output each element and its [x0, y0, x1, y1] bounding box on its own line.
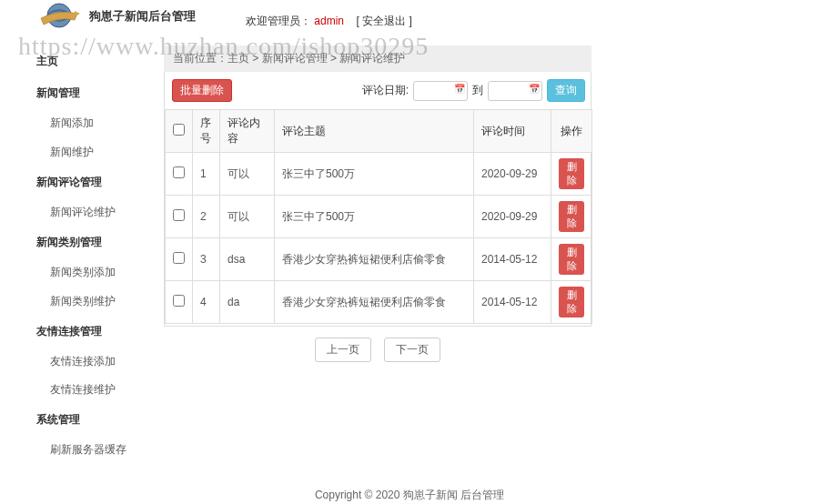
comments-table: 序号 评论内容 评论主题 评论时间 操作 1可以张三中了500万2020-09-…	[165, 109, 592, 324]
welcome-bar: 欢迎管理员： admin [ 安全退出 ]	[246, 14, 412, 29]
col-op-header: 操作	[551, 110, 592, 153]
header: 狗崽子新闻后台管理 欢迎管理员： admin [ 安全退出 ]	[0, 0, 819, 36]
sidebar-item-category-manage[interactable]: 新闻类别管理	[36, 227, 164, 258]
sidebar-item-comment-manage[interactable]: 新闻评论管理	[36, 166, 164, 198]
col-time-header: 评论时间	[474, 110, 551, 153]
table-row: 2可以张三中了500万2020-09-29删除	[166, 196, 592, 238]
cell-seq: 1	[193, 153, 220, 196]
sidebar-item-category-maintain[interactable]: 新闻类别维护	[36, 287, 164, 316]
sidebar-item-link-maintain[interactable]: 友情连接维护	[36, 376, 164, 404]
admin-name: admin	[314, 15, 344, 27]
sidebar-item-news-add[interactable]: 新闻添加	[36, 109, 164, 137]
site-title: 狗崽子新闻后台管理	[89, 8, 196, 25]
table-row: 4da香港少女穿热裤短裙便利店偷零食2014-05-12删除	[166, 281, 592, 324]
toolbar: 批量删除 评论日期: 到 查询	[165, 72, 592, 109]
row-delete-button[interactable]: 删除	[559, 244, 584, 275]
col-seq-header: 序号	[193, 110, 220, 153]
sidebar-item-news-maintain[interactable]: 新闻维护	[36, 138, 164, 166]
cell-time: 2020-09-29	[474, 153, 551, 196]
batch-delete-button[interactable]: 批量删除	[172, 79, 232, 102]
row-delete-button[interactable]: 删除	[559, 287, 584, 318]
sidebar-item-comment-maintain[interactable]: 新闻评论维护	[36, 198, 164, 227]
globe-logo-icon	[36, 0, 82, 32]
row-checkbox[interactable]	[173, 209, 185, 221]
filter-label: 评论日期:	[362, 83, 409, 98]
sidebar: 主页 新闻管理 新闻添加 新闻维护 新闻评论管理 新闻评论维护 新闻类别管理 新…	[0, 36, 164, 465]
sidebar-item-refresh-cache[interactable]: 刷新服务器缓存	[36, 436, 164, 464]
logo-area: 狗崽子新闻后台管理	[36, 0, 196, 32]
row-checkbox[interactable]	[173, 252, 185, 264]
cell-seq: 4	[193, 281, 220, 324]
sidebar-item-category-add[interactable]: 新闻类别添加	[36, 258, 164, 287]
cell-content: dsa	[220, 238, 275, 281]
cell-time: 2014-05-12	[474, 281, 551, 324]
footer: Copyright © 2020 狗崽子新闻 后台管理	[0, 465, 819, 504]
cell-topic: 香港少女穿热裤短裙便利店偷零食	[275, 281, 474, 324]
sidebar-item-link-manage[interactable]: 友情连接管理	[36, 316, 164, 348]
sidebar-item-link-add[interactable]: 友情连接添加	[36, 348, 164, 376]
pager: 上一页 下一页	[164, 327, 592, 373]
cell-time: 2014-05-12	[474, 238, 551, 281]
welcome-prefix: 欢迎管理员：	[246, 15, 311, 27]
row-checkbox[interactable]	[173, 166, 185, 178]
main-content: 当前位置：主页 > 新闻评论管理 > 新闻评论维护 批量删除 评论日期: 到 查…	[164, 36, 819, 391]
col-topic-header: 评论主题	[275, 110, 474, 153]
cell-topic: 张三中了500万	[275, 153, 474, 196]
next-page-button[interactable]: 下一页	[384, 338, 440, 362]
date-from-input[interactable]	[413, 81, 468, 101]
cell-topic: 张三中了500万	[275, 196, 474, 238]
cell-content: 可以	[220, 196, 275, 238]
cell-topic: 香港少女穿热裤短裙便利店偷零食	[275, 238, 474, 281]
sidebar-item-home[interactable]: 主页	[36, 45, 164, 77]
sidebar-item-news-manage[interactable]: 新闻管理	[36, 77, 164, 109]
cell-content: da	[220, 281, 275, 324]
cell-time: 2020-09-29	[474, 196, 551, 238]
table-header-row: 序号 评论内容 评论主题 评论时间 操作	[166, 110, 592, 153]
row-delete-button[interactable]: 删除	[559, 201, 584, 232]
prev-page-button[interactable]: 上一页	[315, 338, 371, 362]
to-label: 到	[472, 83, 483, 98]
cell-seq: 3	[193, 238, 220, 281]
table-row: 3dsa香港少女穿热裤短裙便利店偷零食2014-05-12删除	[166, 238, 592, 281]
col-content-header: 评论内容	[220, 110, 275, 153]
query-button[interactable]: 查询	[547, 79, 585, 102]
breadcrumb: 当前位置：主页 > 新闻评论管理 > 新闻评论维护	[164, 45, 592, 72]
cell-content: 可以	[220, 153, 275, 196]
date-to-input[interactable]	[488, 81, 542, 101]
table-row: 1可以张三中了500万2020-09-29删除	[166, 153, 592, 196]
date-filter: 评论日期: 到 查询	[362, 79, 585, 102]
logout-link[interactable]: [ 安全退出 ]	[356, 15, 411, 27]
row-checkbox[interactable]	[173, 295, 185, 307]
row-delete-button[interactable]: 删除	[559, 158, 584, 189]
cell-seq: 2	[193, 196, 220, 238]
select-all-checkbox[interactable]	[173, 124, 185, 136]
sidebar-item-system-manage[interactable]: 系统管理	[36, 404, 164, 436]
